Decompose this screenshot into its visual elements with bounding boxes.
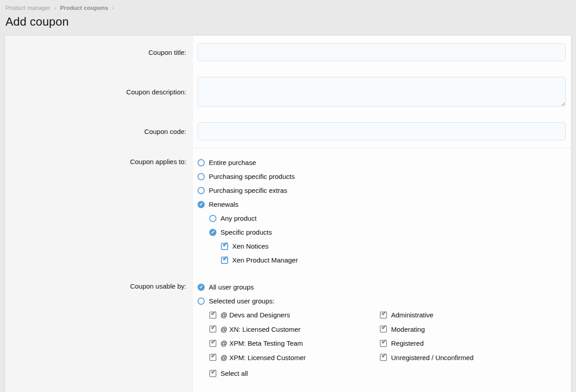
coupon-title-row: Coupon title: [5, 43, 571, 61]
checkbox-checked-disabled-icon [209, 340, 216, 347]
coupon-applies-to-label: Coupon applies to: [5, 156, 193, 267]
coupon-code-row: Coupon code: [5, 122, 571, 140]
checkbox-registered[interactable]: Registered [380, 336, 566, 350]
checkbox-checked-disabled-icon [380, 340, 387, 347]
checkbox-checked-disabled-icon [380, 312, 387, 319]
option-label: Unregistered / Unconfirmed [391, 354, 473, 361]
add-coupon-form: Coupon title: Coupon description: Coupon… [4, 35, 572, 392]
option-label: @ Devs and Designers [220, 311, 290, 319]
chevron-right-icon: › [54, 4, 56, 11]
coupon-title-label: Coupon title: [5, 43, 193, 61]
checkbox-unregistered-unconfirmed[interactable]: Unregistered / Unconfirmed [380, 351, 566, 365]
option-label: Administrative [391, 311, 433, 319]
coupon-description-textarea[interactable] [198, 77, 566, 107]
radio-purchasing-specific-extras[interactable]: Purchasing specific extras [198, 183, 566, 197]
checkbox-checked-disabled-icon [380, 354, 387, 361]
coupon-code-cell [193, 122, 571, 140]
radio-purchasing-specific-products[interactable]: Purchasing specific products [198, 169, 566, 183]
option-label: Selected user groups: [209, 297, 274, 305]
option-label: Xen Notices [232, 242, 269, 250]
checkbox-xen-notices[interactable]: Xen Notices [198, 239, 566, 253]
radio-unchecked-icon [198, 298, 205, 305]
checkbox-checked-disabled-icon [209, 312, 216, 319]
checkbox-administrative[interactable]: Administrative [380, 308, 566, 322]
coupon-usable-by-label: Coupon usable by: [5, 280, 193, 380]
checkbox-select-all[interactable]: Select all [198, 366, 566, 380]
option-label: @ XPM: Licensed Customer [220, 354, 306, 361]
option-label: Renewals [209, 200, 238, 208]
radio-renewals[interactable]: Renewals [198, 197, 566, 211]
checkbox-checked-disabled-icon [209, 325, 216, 333]
option-label: Purchasing specific extras [209, 187, 287, 194]
checkbox-checked-disabled-icon [209, 354, 216, 361]
coupon-description-row: Coupon description: [5, 77, 571, 107]
page-title: Add coupon [4, 14, 572, 35]
option-label: All user groups [209, 283, 254, 291]
checkbox-xpm-beta-testing-team[interactable]: @ XPM: Beta Testing Team [198, 336, 380, 350]
checkbox-checked-disabled-icon [209, 370, 216, 377]
option-label: @ XN: Licensed Customer [220, 325, 301, 333]
option-label: Entire purchase [209, 159, 256, 166]
option-label: Select all [220, 370, 248, 377]
breadcrumb: Product manager › Product coupons › [4, 4, 572, 14]
checkbox-checked-icon [221, 257, 228, 264]
page: Product manager › Product coupons › Add … [0, 0, 576, 392]
breadcrumb-item-product-coupons[interactable]: Product coupons [60, 4, 108, 11]
checkbox-checked-disabled-icon [380, 325, 387, 333]
radio-unchecked-icon [198, 159, 205, 166]
checkbox-devs-and-designers[interactable]: @ Devs and Designers [198, 308, 380, 322]
section-divider [193, 148, 571, 148]
breadcrumb-item-product-manager[interactable]: Product manager [5, 4, 50, 11]
checkbox-moderating[interactable]: Moderating [380, 322, 566, 336]
checkbox-xen-product-manager[interactable]: Xen Product Manager [198, 253, 566, 267]
option-label: Registered [391, 339, 424, 347]
radio-entire-purchase[interactable]: Entire purchase [198, 156, 566, 169]
applies-to-options: Entire purchase Purchasing specific prod… [193, 156, 571, 267]
option-label: Moderating [391, 325, 425, 333]
coupon-applies-to-section: Coupon applies to: Entire purchase Purch… [5, 156, 571, 267]
radio-specific-products[interactable]: Specific products [198, 225, 566, 239]
coupon-description-cell [193, 77, 571, 107]
radio-checked-icon [198, 284, 205, 291]
usable-by-options: All user groups Selected user groups: @ … [193, 280, 571, 380]
option-label: Any product [220, 214, 256, 222]
coupon-description-label: Coupon description: [5, 77, 193, 107]
user-groups-grid: @ Devs and Designers @ XN: Licensed Cust… [198, 308, 566, 365]
radio-any-product[interactable]: Any product [198, 211, 566, 225]
checkbox-xn-licensed-customer[interactable]: @ XN: Licensed Customer [198, 322, 380, 336]
coupon-title-cell [193, 43, 571, 61]
checkbox-checked-icon [221, 243, 228, 250]
coupon-code-input[interactable] [198, 122, 566, 140]
radio-unchecked-icon [198, 173, 205, 180]
coupon-usable-by-section: Coupon usable by: All user groups Select… [5, 280, 571, 380]
radio-checked-icon [198, 201, 205, 208]
option-label: Purchasing specific products [209, 173, 295, 180]
coupon-code-label: Coupon code: [5, 122, 193, 140]
option-label: Specific products [220, 228, 272, 236]
radio-unchecked-icon [198, 187, 205, 194]
coupon-title-input[interactable] [198, 43, 566, 61]
radio-checked-icon [209, 229, 216, 236]
radio-selected-user-groups[interactable]: Selected user groups: [198, 294, 566, 308]
radio-unchecked-icon [209, 215, 216, 222]
chevron-right-icon: › [112, 4, 114, 11]
option-label: @ XPM: Beta Testing Team [220, 339, 303, 347]
radio-all-user-groups[interactable]: All user groups [198, 280, 566, 294]
checkbox-xpm-licensed-customer[interactable]: @ XPM: Licensed Customer [198, 351, 380, 365]
option-label: Xen Product Manager [232, 256, 298, 264]
